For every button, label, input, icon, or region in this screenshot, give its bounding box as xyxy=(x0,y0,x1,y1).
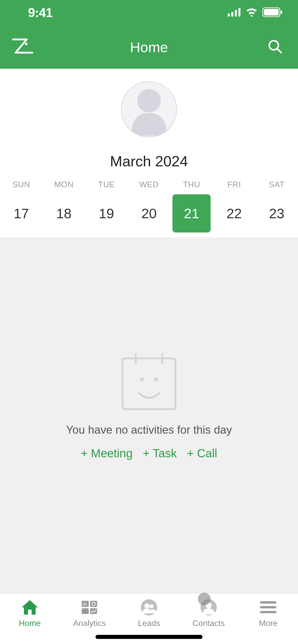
wifi-icon xyxy=(246,8,258,18)
date-cell-23[interactable]: 23 xyxy=(255,194,298,232)
tab-home[interactable]: Home xyxy=(0,593,60,634)
svg-rect-29 xyxy=(260,601,276,604)
date-cell-19[interactable]: 19 xyxy=(85,194,128,232)
tab-leads[interactable]: Leads xyxy=(119,593,179,634)
month-label: March 2024 xyxy=(0,153,298,170)
svg-rect-1 xyxy=(231,12,233,17)
cellular-icon xyxy=(228,8,241,18)
weekday-label: FRI xyxy=(213,180,255,189)
add-meeting-button[interactable]: + Meeting xyxy=(81,446,132,460)
avatar[interactable] xyxy=(121,81,177,137)
svg-point-26 xyxy=(150,604,154,608)
activities-empty-state: You have no activities for this day + Me… xyxy=(0,238,298,593)
svg-point-25 xyxy=(144,603,150,608)
weekday-label: WED xyxy=(128,180,170,189)
empty-calendar-icon xyxy=(121,352,177,411)
tab-label: Leads xyxy=(138,619,160,628)
tab-more[interactable]: More xyxy=(238,593,298,634)
nav-bar: Home xyxy=(0,25,298,69)
svg-rect-6 xyxy=(281,10,282,14)
search-button[interactable] xyxy=(265,37,285,57)
touch-overlay-icon xyxy=(198,593,211,605)
weekday-label: MON xyxy=(43,180,85,189)
tab-label: More xyxy=(259,619,278,628)
svg-rect-30 xyxy=(260,606,276,608)
tab-contacts[interactable]: Contacts xyxy=(179,593,238,634)
empty-message: You have no activities for this day xyxy=(66,423,232,436)
avatar-placeholder-icon xyxy=(121,81,177,137)
battery-icon xyxy=(262,7,283,18)
svg-rect-2 xyxy=(235,10,237,17)
weekday-label: SUN xyxy=(0,180,43,189)
weekday-label: SAT xyxy=(255,180,298,189)
svg-rect-0 xyxy=(228,13,230,17)
date-cell-20[interactable]: 20 xyxy=(128,194,170,232)
svg-point-7 xyxy=(25,43,28,45)
svg-rect-17 xyxy=(90,601,97,607)
svg-rect-5 xyxy=(264,9,279,16)
home-icon xyxy=(22,599,38,616)
menu-icon xyxy=(260,599,276,616)
svg-point-15 xyxy=(154,377,158,381)
svg-line-9 xyxy=(277,49,281,53)
status-bar: 9:41 xyxy=(0,0,298,25)
svg-rect-11 xyxy=(123,358,175,409)
page-title: Home xyxy=(0,39,298,55)
svg-rect-3 xyxy=(238,8,240,17)
home-indicator[interactable] xyxy=(96,635,202,639)
tab-label: Contacts xyxy=(193,619,225,628)
svg-point-10 xyxy=(137,89,161,112)
search-icon xyxy=(267,39,283,55)
svg-rect-19 xyxy=(90,608,97,614)
status-indicators xyxy=(228,7,283,18)
add-task-button[interactable]: + Task xyxy=(143,446,177,460)
contacts-icon xyxy=(200,599,217,616)
date-cell-21[interactable]: 21 xyxy=(170,194,213,232)
tab-analytics[interactable]: Analytics xyxy=(60,593,119,634)
date-cell-18[interactable]: 18 xyxy=(43,194,85,232)
weekday-label: TUE xyxy=(85,180,128,189)
status-time: 9:41 xyxy=(28,5,52,20)
calendar-header: March 2024 SUN MON TUE WED THU FRI SAT 1… xyxy=(0,69,298,238)
leads-icon xyxy=(141,599,157,616)
tab-label: Analytics xyxy=(73,619,106,628)
analytics-icon xyxy=(81,599,98,616)
zia-button[interactable] xyxy=(13,37,33,57)
add-call-button[interactable]: + Call xyxy=(187,446,217,460)
tab-label: Home xyxy=(19,619,40,628)
weekday-label: THU xyxy=(170,180,213,189)
svg-point-14 xyxy=(140,377,144,381)
date-cell-22[interactable]: 22 xyxy=(213,194,255,232)
svg-rect-18 xyxy=(82,608,89,614)
svg-rect-31 xyxy=(260,611,276,613)
zia-icon xyxy=(11,38,34,56)
date-cell-17[interactable]: 17 xyxy=(0,194,43,232)
